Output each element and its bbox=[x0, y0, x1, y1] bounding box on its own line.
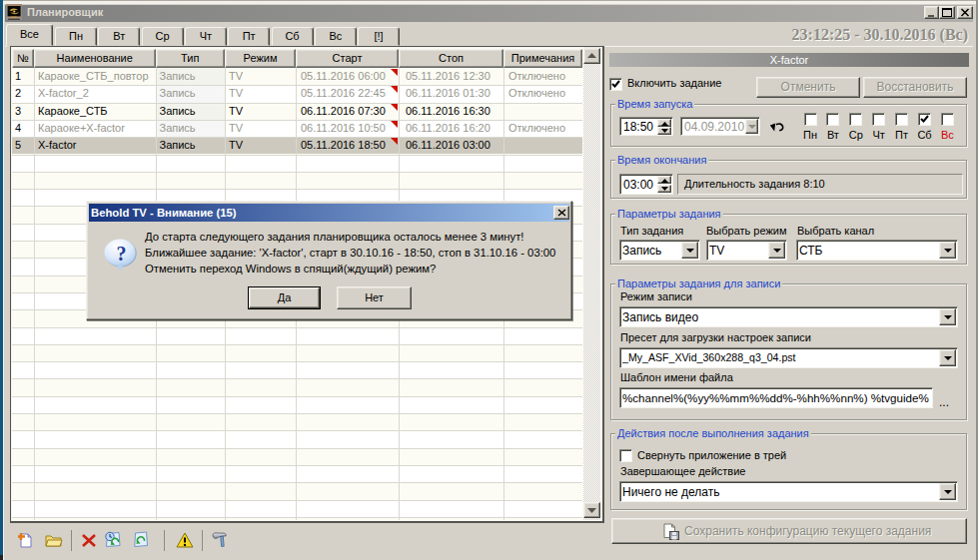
svg-text:?: ? bbox=[117, 243, 127, 265]
